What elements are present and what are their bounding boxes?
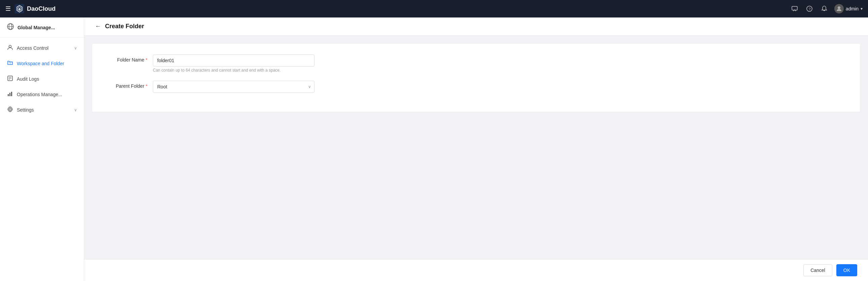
workspace-folder-icon bbox=[7, 60, 13, 67]
back-button[interactable]: ← bbox=[95, 23, 101, 30]
operations-manage-icon bbox=[7, 91, 13, 98]
page-body: Folder Name* Can contain up to 64 charac… bbox=[84, 36, 868, 259]
user-name: admin bbox=[846, 6, 859, 11]
topbar-left: ☰ DaoCloud bbox=[5, 4, 790, 13]
sidebar: Global Manage... Access Control ∨ bbox=[0, 17, 84, 281]
settings-label: Settings bbox=[17, 107, 34, 113]
ok-button[interactable]: OK bbox=[836, 264, 857, 276]
topbar-logo: DaoCloud bbox=[15, 4, 56, 13]
sidebar-item-left: Operations Manage... bbox=[7, 91, 62, 98]
main-layout: Global Manage... Access Control ∨ bbox=[0, 17, 868, 281]
user-menu[interactable]: admin ▾ bbox=[834, 4, 863, 13]
settings-icon bbox=[7, 106, 13, 114]
svg-point-4 bbox=[838, 6, 840, 9]
workspace-folder-label: Workspace and Folder bbox=[17, 61, 64, 66]
sidebar-item-audit-logs[interactable]: Audit Logs bbox=[0, 71, 84, 87]
user-avatar bbox=[834, 4, 844, 13]
parent-folder-row: Parent Folder* Root ∨ bbox=[106, 81, 846, 93]
sidebar-item-left: Access Control bbox=[7, 44, 49, 52]
page-title: Create Folder bbox=[105, 23, 144, 30]
parent-folder-select[interactable]: Root bbox=[153, 81, 314, 93]
operations-manage-label: Operations Manage... bbox=[17, 92, 62, 97]
folder-name-row: Folder Name* Can contain up to 64 charac… bbox=[106, 55, 846, 73]
brand-name: DaoCloud bbox=[27, 5, 56, 12]
folder-name-label: Folder Name* bbox=[106, 55, 153, 63]
parent-folder-select-wrapper: Root ∨ bbox=[153, 81, 314, 93]
sidebar-item-settings[interactable]: Settings ∨ bbox=[0, 102, 84, 118]
svg-point-12 bbox=[9, 108, 11, 110]
folder-name-field: Can contain up to 64 characters and cann… bbox=[153, 55, 314, 73]
topbar: ☰ DaoCloud ? admin ▾ bbox=[0, 0, 868, 17]
page-header: ← Create Folder bbox=[84, 17, 868, 36]
access-control-chevron-icon: ∨ bbox=[74, 46, 77, 50]
folder-name-required: * bbox=[146, 57, 148, 63]
svg-rect-9 bbox=[8, 94, 9, 96]
sidebar-item-left: Settings bbox=[7, 106, 34, 114]
global-manage-icon bbox=[7, 23, 14, 32]
sidebar-item-workspace-folder[interactable]: Workspace and Folder bbox=[0, 56, 84, 71]
audit-logs-icon bbox=[7, 75, 13, 83]
parent-folder-field: Root ∨ bbox=[153, 81, 314, 93]
sidebar-item-left: Workspace and Folder bbox=[7, 60, 64, 67]
user-chevron-icon: ▾ bbox=[861, 6, 863, 11]
sidebar-item-operations-manage[interactable]: Operations Manage... bbox=[0, 87, 84, 102]
svg-rect-11 bbox=[11, 92, 12, 96]
sidebar-navigation: Access Control ∨ Workspace and Folder bbox=[0, 38, 84, 120]
chat-icon[interactable] bbox=[790, 4, 799, 13]
access-control-label: Access Control bbox=[17, 45, 49, 51]
sidebar-brand-label: Global Manage... bbox=[18, 25, 55, 30]
access-control-icon bbox=[7, 44, 13, 52]
settings-chevron-icon: ∨ bbox=[74, 108, 77, 112]
folder-name-hint: Can contain up to 64 characters and cann… bbox=[153, 68, 314, 73]
cancel-button[interactable]: Cancel bbox=[803, 264, 832, 276]
parent-folder-label: Parent Folder* bbox=[106, 81, 153, 89]
sidebar-brand[interactable]: Global Manage... bbox=[0, 17, 84, 38]
svg-point-7 bbox=[9, 45, 11, 48]
sidebar-item-access-control[interactable]: Access Control ∨ bbox=[0, 40, 84, 56]
footer-bar: Cancel OK bbox=[84, 259, 868, 281]
parent-folder-required: * bbox=[146, 83, 148, 89]
menu-icon[interactable]: ☰ bbox=[5, 5, 11, 12]
svg-text:?: ? bbox=[808, 7, 810, 11]
folder-name-input[interactable] bbox=[153, 55, 314, 67]
audit-logs-label: Audit Logs bbox=[17, 76, 39, 82]
notification-icon[interactable] bbox=[819, 4, 829, 13]
daocloud-logo-icon bbox=[15, 4, 24, 13]
help-icon[interactable]: ? bbox=[805, 4, 814, 13]
svg-rect-10 bbox=[9, 93, 10, 96]
topbar-right: ? admin ▾ bbox=[790, 4, 863, 13]
create-folder-form: Folder Name* Can contain up to 64 charac… bbox=[92, 44, 860, 112]
sidebar-item-left: Audit Logs bbox=[7, 75, 39, 83]
content-area: ← Create Folder Folder Name* Can contain… bbox=[84, 17, 868, 281]
